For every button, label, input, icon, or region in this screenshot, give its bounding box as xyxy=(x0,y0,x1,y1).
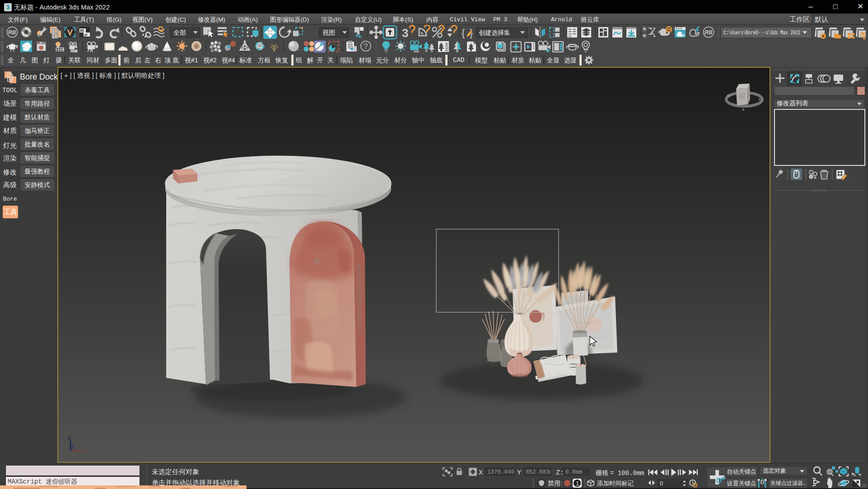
svg-text:[ + ] [ 透视 ] [ 标准 ] [ 默认明暗处理 ]: [ + ] [ 透视 ] [ 标准 ] [ 默认明暗处理 ] xyxy=(61,72,164,79)
svg-text:3: 3 xyxy=(402,26,408,40)
svg-text:0: 0 xyxy=(660,480,663,487)
svg-text:1: 1 xyxy=(576,480,579,487)
svg-text:禁用:: 禁用: xyxy=(548,480,562,487)
svg-text:?: ? xyxy=(364,42,368,50)
svg-text:创建选择集: 创建选择集 xyxy=(479,29,510,36)
svg-text:z: z xyxy=(68,435,71,441)
svg-text:S: S xyxy=(742,108,744,112)
svg-text:E: E xyxy=(759,97,761,101)
svg-text:C:\Users\BoreD···s\3ds Max 202: C:\Users\BoreD···s\3ds Max 2022 xyxy=(723,30,800,36)
svg-text:x: x xyxy=(83,448,86,455)
svg-text:添加时间标记: 添加时间标记 xyxy=(597,480,634,487)
svg-text:RB: RB xyxy=(8,29,16,36)
svg-text:M: M xyxy=(727,94,730,98)
svg-text:RB: RB xyxy=(705,29,713,36)
svg-text:全部: 全部 xyxy=(173,29,186,36)
svg-text:{: { xyxy=(462,27,465,38)
svg-text:zr: zr xyxy=(84,33,88,37)
svg-text:y: y xyxy=(72,444,75,451)
svg-text:m: m xyxy=(80,28,84,33)
svg-text:视图: 视图 xyxy=(322,29,335,36)
